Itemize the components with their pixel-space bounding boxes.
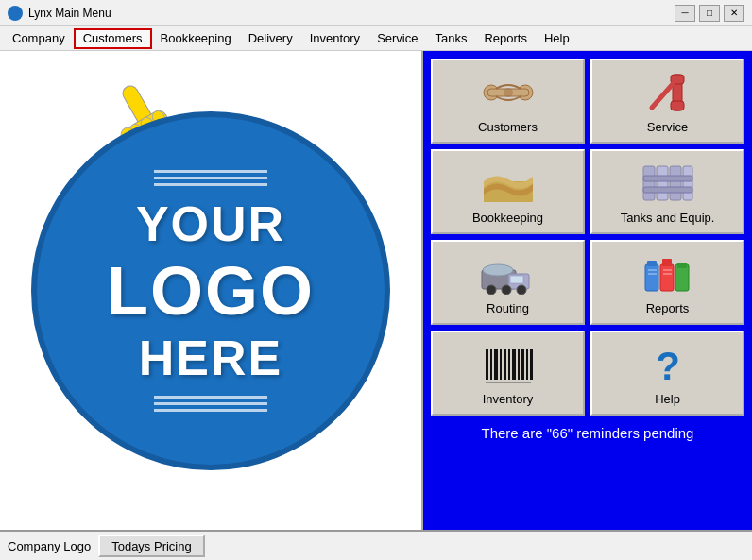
menu-service[interactable]: Service <box>368 28 426 49</box>
grid-service-button[interactable]: Service <box>590 59 744 144</box>
svg-rect-16 <box>657 166 668 200</box>
grid-customers-label: Customers <box>478 120 538 134</box>
grid-customers-button[interactable]: Customers <box>431 59 585 144</box>
svg-rect-12 <box>671 101 684 110</box>
menu-reports[interactable]: Reports <box>475 28 536 49</box>
svg-rect-31 <box>662 259 672 266</box>
menu-inventory[interactable]: Inventory <box>301 28 368 49</box>
grid-tanks-label: Tanks and Equip. <box>621 211 715 225</box>
menu-tanks[interactable]: Tanks <box>426 28 475 49</box>
todays-pricing-button[interactable]: Todays Pricing <box>98 535 205 557</box>
svg-rect-49 <box>486 382 531 383</box>
grid-help-label: Help <box>655 392 680 406</box>
svg-rect-33 <box>677 263 687 268</box>
app-icon <box>8 6 23 21</box>
sand-icon <box>480 160 537 207</box>
truck-icon <box>480 250 537 297</box>
menu-help[interactable]: Help <box>536 28 578 49</box>
grid-reports-label: Reports <box>646 301 690 315</box>
svg-rect-30 <box>660 264 674 291</box>
logo-area: YOUR LOGO HERE <box>31 111 390 470</box>
handshake-icon <box>480 69 537 116</box>
menu-grid: Customers Service <box>431 59 744 416</box>
books-icon <box>640 250 696 297</box>
grid-bookkeeping-button[interactable]: Bookkeeping <box>431 149 585 234</box>
logo-line-5 <box>154 402 267 405</box>
right-panel: Customers Service <box>423 51 752 530</box>
svg-rect-29 <box>647 261 657 266</box>
logo-text-logo: LOGO <box>107 252 315 330</box>
title-bar-text: Lynx Main Menu <box>28 7 675 20</box>
wrench-icon <box>640 69 696 116</box>
svg-rect-42 <box>504 349 506 380</box>
logo-text-your: YOUR <box>136 195 285 252</box>
barcode-icon <box>480 341 537 388</box>
svg-rect-15 <box>643 166 655 200</box>
svg-rect-28 <box>645 264 658 291</box>
menu-bar: Company Customers Bookkeeping Delivery I… <box>0 26 752 51</box>
logo-line-6 <box>154 409 267 412</box>
grid-help-button[interactable]: ? Help <box>590 331 744 416</box>
svg-point-26 <box>517 285 526 295</box>
svg-rect-19 <box>643 176 692 181</box>
title-bar: Lynx Main Menu ─ □ ✕ <box>0 0 752 26</box>
grid-inventory-label: Inventory <box>483 392 533 406</box>
grid-inventory-button[interactable]: Inventory <box>431 331 585 416</box>
svg-point-9 <box>504 88 513 97</box>
main-content: YOUR LOGO HERE <box>0 51 752 530</box>
svg-line-13 <box>652 84 673 108</box>
logo-line-1 <box>154 170 267 173</box>
logo-lines-top <box>154 170 267 186</box>
title-bar-buttons: ─ □ ✕ <box>675 5 744 22</box>
svg-rect-40 <box>494 349 498 380</box>
close-button[interactable]: ✕ <box>724 5 744 22</box>
svg-point-25 <box>502 285 511 295</box>
svg-rect-47 <box>526 349 528 380</box>
svg-rect-43 <box>508 349 510 380</box>
svg-rect-45 <box>518 349 520 380</box>
grid-routing-button[interactable]: Routing <box>431 240 585 325</box>
svg-rect-20 <box>643 187 692 193</box>
grid-bookkeeping-label: Bookkeeping <box>472 211 543 225</box>
menu-delivery[interactable]: Delivery <box>240 28 301 49</box>
svg-rect-39 <box>490 349 492 380</box>
svg-rect-41 <box>500 349 502 380</box>
svg-rect-38 <box>486 349 488 380</box>
grid-reports-button[interactable]: Reports <box>590 240 744 325</box>
logo-line-3 <box>154 183 267 186</box>
grid-service-label: Service <box>647 120 688 134</box>
grid-routing-label: Routing <box>487 301 529 315</box>
svg-point-27 <box>483 264 513 276</box>
svg-rect-23 <box>510 276 523 283</box>
svg-point-24 <box>487 285 496 295</box>
svg-rect-32 <box>675 264 689 291</box>
company-logo-label: Company Logo <box>8 539 91 553</box>
reminder-text: There are "66" reminders pending <box>482 425 694 441</box>
bottom-bar: Company Logo Todays Pricing <box>0 530 752 560</box>
logo-line-2 <box>154 177 267 179</box>
minimize-button[interactable]: ─ <box>675 5 695 22</box>
maximize-button[interactable]: □ <box>699 5 720 22</box>
svg-text:?: ? <box>656 344 680 385</box>
logo-lines-bottom <box>154 396 267 412</box>
question-icon: ? <box>640 341 696 388</box>
left-panel: YOUR LOGO HERE <box>0 51 423 530</box>
menu-customers[interactable]: Customers <box>74 28 152 49</box>
menu-company[interactable]: Company <box>4 28 74 49</box>
svg-rect-44 <box>512 349 516 380</box>
logo-text-here: HERE <box>139 330 282 386</box>
svg-rect-18 <box>683 166 692 200</box>
grid-tanks-button[interactable]: Tanks and Equip. <box>590 149 744 234</box>
svg-rect-48 <box>530 349 533 380</box>
svg-rect-46 <box>521 349 524 380</box>
logo-line-4 <box>154 396 267 399</box>
pipes-icon <box>640 160 696 207</box>
menu-bookkeeping[interactable]: Bookkeeping <box>152 28 240 49</box>
svg-rect-17 <box>670 166 681 200</box>
